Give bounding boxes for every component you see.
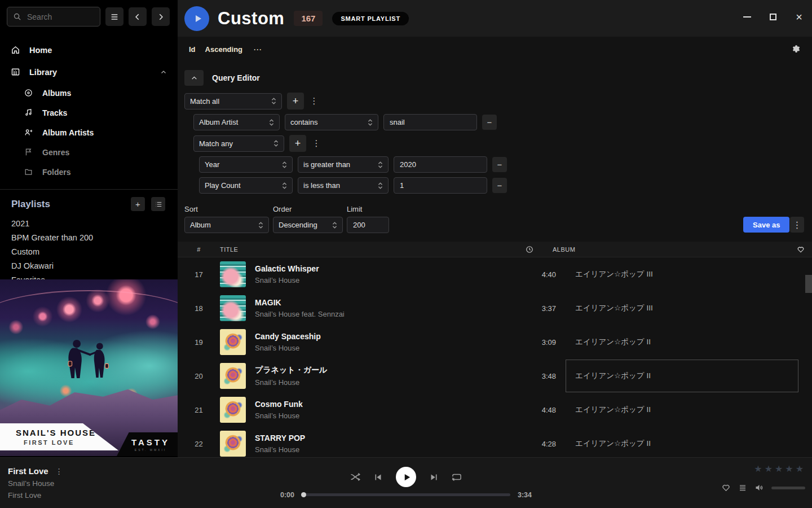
query-order-select[interactable]: Descending [273,217,343,233]
remove-rule-button[interactable]: − [482,115,497,130]
rule-field-select[interactable]: Year [199,156,293,173]
queue-icon[interactable] [738,484,747,492]
sidebar-item-label: Home [29,46,52,55]
play-playlist-button[interactable] [184,6,209,31]
duration-clock-icon[interactable] [494,246,533,253]
sidebar-item-folders[interactable]: Folders [24,162,178,182]
previous-track-icon[interactable] [374,473,382,481]
column-header-album[interactable]: ALBUM [533,246,789,253]
now-playing-options-icon[interactable]: ⋮ [55,467,63,476]
shuffle-icon[interactable] [350,472,360,481]
add-rule-button[interactable]: + [287,93,304,110]
seek-bar[interactable] [302,493,510,496]
seek-knob[interactable] [301,492,306,497]
next-track-icon[interactable] [430,473,438,481]
table-row[interactable]: 19 Candy Spaceship Snail’s House 3:09 エイ… [178,325,812,359]
rule-value-input[interactable] [383,114,477,130]
group-options-icon[interactable]: ⋮ [311,135,321,152]
play-pause-button[interactable] [396,467,416,487]
query-limit-input[interactable] [347,217,389,233]
rule-value-input[interactable] [394,177,487,194]
folders-icon [24,168,33,176]
star-icon[interactable]: ★ [785,463,793,474]
match-type-select[interactable]: Match all [184,93,282,110]
playlist-list-view-button[interactable] [151,197,165,211]
scrollbar-thumb[interactable] [805,275,812,293]
settings-gear-icon[interactable] [791,44,800,54]
table-row[interactable]: 21 Cosmo Funk Snail’s House 4:48 エイリアン☆ポ… [178,393,812,427]
close-button[interactable]: × [795,12,804,21]
table-row[interactable]: 20 プラネット・ガール Snail’s House 3:48 エイリアン☆ポッ… [178,359,812,393]
rule-operator-select[interactable]: is greater than [298,156,389,173]
track-artist: Snail’s House [255,378,517,387]
favorite-heart-icon[interactable] [721,483,731,492]
sidebar-item-tracks[interactable]: Tracks [24,103,178,122]
favorite-heart-icon[interactable] [789,246,812,253]
group-options-icon[interactable]: ⋮ [309,93,319,110]
track-artist: Snail’s House [255,445,517,454]
selector-chevrons-icon [258,221,263,229]
now-playing-artist[interactable]: Snail’s House [8,479,63,488]
search-box[interactable] [7,7,100,27]
total-duration: 3:34 [518,491,532,499]
star-icon[interactable]: ★ [754,463,762,474]
now-playing-album-art[interactable]: SNAIL'S HOUSE FIRST LOVE TASTY EST. MMXI… [0,279,178,456]
table-row[interactable]: 17 Galactic Whisper Snail’s House 4:40 エ… [178,257,812,291]
rule-operator-select[interactable]: contains [285,114,378,130]
star-icon[interactable]: ★ [796,463,804,474]
selector-chevrons-icon [282,182,287,190]
now-playing-info: First Love ⋮ Snail’s House First Love [8,466,63,500]
more-options-icon[interactable]: ⋯ [253,45,262,55]
add-rule-button[interactable]: + [289,135,306,152]
column-header-index[interactable]: # [178,246,220,253]
minimize-button[interactable] [743,12,752,21]
rule-field-select[interactable]: Album Artist [193,114,280,130]
search-input[interactable] [26,12,94,22]
add-playlist-button[interactable]: + [131,197,145,211]
rule-value-input[interactable] [394,156,487,173]
sort-direction-button[interactable]: Ascending [205,45,242,54]
smart-playlist-badge: SMART PLAYLIST [332,12,409,25]
maximize-button[interactable] [769,12,778,21]
rule-operator-select[interactable]: is less than [298,177,389,194]
album-cover-thumbnail [220,329,246,355]
playlist-item[interactable]: BPM Greater than 200 [11,230,178,244]
playlists-title: Playlists [11,199,125,210]
remove-rule-button[interactable]: − [492,178,507,193]
now-playing-title[interactable]: First Love [8,466,48,476]
table-row[interactable]: 22 STARRY POP Snail’s House 4:28 エイリアン☆ポ… [178,427,812,457]
sort-field-button[interactable]: Id [189,45,196,54]
table-row[interactable]: 18 MAGIK Snail’s House feat. Sennzai 3:3… [178,291,812,325]
nav-forward-button[interactable] [152,7,170,26]
save-options-icon[interactable]: ⋮ [790,217,804,233]
column-header-title[interactable]: TITLE [220,246,494,253]
save-as-button[interactable]: Save as [743,217,789,233]
rule-field-select[interactable]: Play Count [199,177,293,194]
now-playing-album[interactable]: First Love [8,491,63,500]
playlist-item[interactable]: DJ Okawari [11,259,178,273]
playlist-item[interactable]: 2021 [11,216,178,230]
sidebar-item-home[interactable]: Home [0,39,178,61]
sidebar-item-genres[interactable]: Genres [24,142,178,162]
track-album-focused[interactable]: エイリアン☆ポップ II [556,359,812,393]
query-sort-select[interactable]: Album [184,217,269,233]
star-icon[interactable]: ★ [765,463,773,474]
sidebar-item-albums[interactable]: Albums [24,83,178,103]
nav-back-button[interactable] [129,7,147,26]
remove-rule-button[interactable]: − [492,157,507,172]
volume-icon[interactable] [754,483,764,492]
sidebar-item-library[interactable]: Library [0,61,178,83]
menu-icon[interactable] [105,7,123,26]
match-type-select[interactable]: Match any [193,135,284,152]
collapse-chevron-icon[interactable] [160,69,167,76]
track-title: MAGIK [255,298,517,307]
playlist-item[interactable]: Custom [11,244,178,259]
star-icon[interactable]: ★ [775,463,783,474]
repeat-icon[interactable] [452,472,462,481]
volume-slider[interactable] [771,487,805,489]
app-window: Home Library Albums [0,0,812,508]
selector-chevrons-icon [378,182,383,190]
sidebar-item-album-artists[interactable]: Album Artists [24,122,178,142]
collapse-query-editor-button[interactable] [184,70,204,86]
track-artist: Snail’s House [255,411,517,420]
